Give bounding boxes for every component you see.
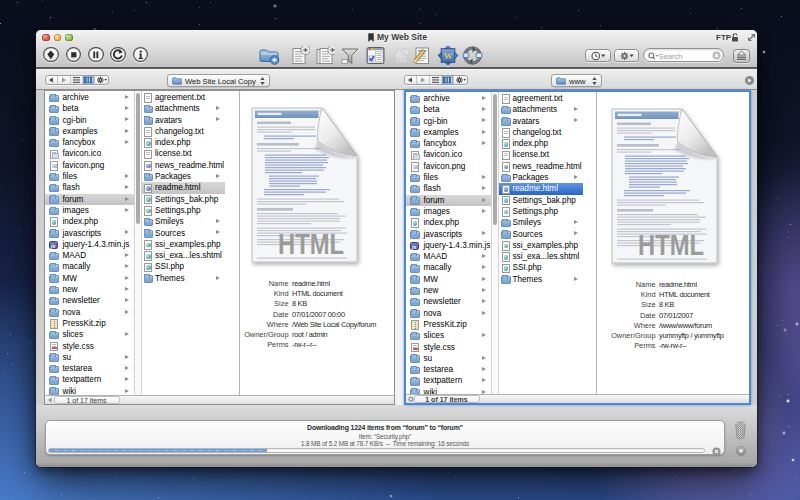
svg-text:HTML: HTML <box>638 228 704 260</box>
svg-text:W: W <box>444 50 453 60</box>
svg-text:HTML: HTML <box>278 227 344 259</box>
